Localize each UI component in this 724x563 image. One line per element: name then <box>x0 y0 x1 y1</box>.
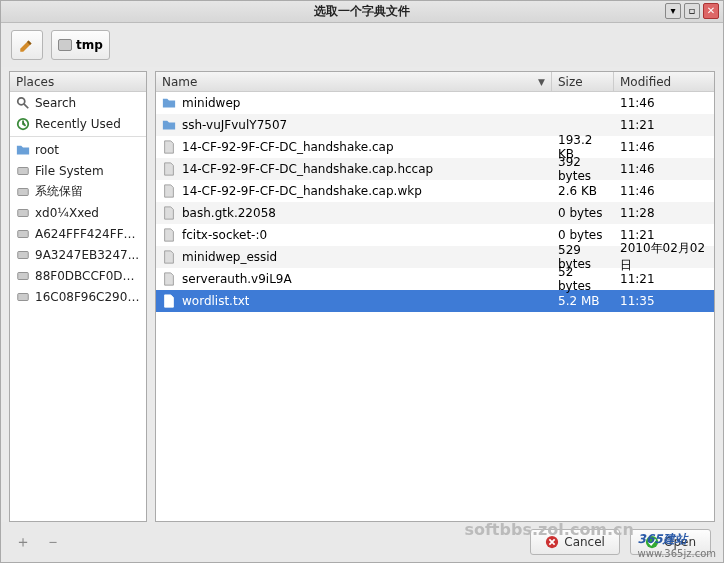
file-size: 52 bytes <box>552 265 614 293</box>
cancel-button[interactable]: Cancel <box>530 529 620 555</box>
ok-icon <box>645 535 659 549</box>
sidebar-item[interactable]: 系统保留 <box>10 181 146 202</box>
main-area: Places SearchRecently UsedrootFile Syste… <box>1 67 723 522</box>
sidebar-item-label: xd0¼Xxed <box>35 206 99 220</box>
file-name: fcitx-socket-:0 <box>182 228 267 242</box>
sidebar-item[interactable]: Search <box>10 92 146 113</box>
svg-rect-4 <box>18 209 29 216</box>
file-pane: Name ▼ Size Modified minidwep11:46ssh-vu… <box>155 71 715 522</box>
file-name: 14-CF-92-9F-CF-DC_handshake.cap <box>182 140 394 154</box>
column-modified[interactable]: Modified <box>614 72 714 91</box>
sidebar-item[interactable]: root <box>10 139 146 160</box>
sidebar-item[interactable]: A624FFF424FFC... <box>10 223 146 244</box>
sidebar-separator <box>10 136 146 137</box>
places-header: Places <box>10 72 146 92</box>
sidebar-item-label: File System <box>35 164 104 178</box>
file-name: minidwep <box>182 96 240 110</box>
minimize-button[interactable]: ▾ <box>665 3 681 19</box>
file-chooser-window: 选取一个字典文件 ▾ ▫ ✕ tmp Places SearchRecently… <box>0 0 724 563</box>
file-name: 14-CF-92-9F-CF-DC_handshake.cap.hccap <box>182 162 433 176</box>
file-row[interactable]: 14-CF-92-9F-CF-DC_handshake.cap.hccap392… <box>156 158 714 180</box>
sidebar-item-label: Search <box>35 96 76 110</box>
folder-icon <box>162 118 176 132</box>
sort-indicator-icon: ▼ <box>538 77 545 87</box>
window-buttons: ▾ ▫ ✕ <box>665 3 719 19</box>
maximize-button[interactable]: ▫ <box>684 3 700 19</box>
file-row[interactable]: minidwep11:46 <box>156 92 714 114</box>
cancel-icon <box>545 535 559 549</box>
path-segment-tmp[interactable]: tmp <box>51 30 110 60</box>
disk-icon <box>16 227 30 241</box>
path-segment-label: tmp <box>76 38 103 52</box>
file-size: 2.6 KB <box>552 184 614 198</box>
file-row[interactable]: serverauth.v9iL9A52 bytes11:21 <box>156 268 714 290</box>
close-button[interactable]: ✕ <box>703 3 719 19</box>
sidebar-item[interactable]: xd0¼Xxed <box>10 202 146 223</box>
file-icon <box>162 250 176 264</box>
file-modified: 11:46 <box>614 162 714 176</box>
file-row[interactable]: 14-CF-92-9F-CF-DC_handshake.cap.wkp2.6 K… <box>156 180 714 202</box>
sidebar-item-label: 系统保留 <box>35 183 83 200</box>
folder-icon <box>162 96 176 110</box>
file-name: wordlist.txt <box>182 294 249 308</box>
column-name[interactable]: Name ▼ <box>156 72 552 91</box>
file-list[interactable]: minidwep11:46ssh-vuJFvulY750711:2114-CF-… <box>156 92 714 521</box>
file-size: 0 bytes <box>552 206 614 220</box>
sidebar-item-label: A624FFF424FFC... <box>35 227 140 241</box>
file-modified: 2010年02月02日 <box>614 240 714 274</box>
window-title: 选取一个字典文件 <box>1 3 723 20</box>
file-icon <box>162 228 176 242</box>
recent-icon <box>16 117 30 131</box>
file-row[interactable]: 14-CF-92-9F-CF-DC_handshake.cap193.2 KB1… <box>156 136 714 158</box>
file-icon <box>162 140 176 154</box>
file-name: bash.gtk.22058 <box>182 206 276 220</box>
file-name: minidwep_essid <box>182 250 277 264</box>
file-name: 14-CF-92-9F-CF-DC_handshake.cap.wkp <box>182 184 422 198</box>
remove-bookmark-button[interactable]: － <box>43 532 63 552</box>
disk-icon <box>16 269 30 283</box>
disk-icon <box>16 248 30 262</box>
sidebar-item[interactable]: Recently Used <box>10 113 146 134</box>
sidebar-item-label: 88F0DBCCF0DB... <box>35 269 140 283</box>
sidebar-item[interactable]: 16C08F96C2908... <box>10 286 146 307</box>
file-row[interactable]: minidwep_essid529 bytes2010年02月02日 <box>156 246 714 268</box>
file-columns-header: Name ▼ Size Modified <box>156 72 714 92</box>
places-list[interactable]: SearchRecently UsedrootFile System系统保留xd… <box>10 92 146 521</box>
pencil-icon <box>18 36 36 54</box>
file-row[interactable]: wordlist.txt5.2 MB11:35 <box>156 290 714 312</box>
file-icon <box>162 162 176 176</box>
file-icon <box>162 206 176 220</box>
file-modified: 11:46 <box>614 140 714 154</box>
file-modified: 11:46 <box>614 184 714 198</box>
column-size[interactable]: Size <box>552 72 614 91</box>
disk-icon <box>16 185 30 199</box>
sidebar-item[interactable]: 88F0DBCCF0DB... <box>10 265 146 286</box>
disk-icon <box>16 206 30 220</box>
file-icon <box>162 272 176 286</box>
disk-icon <box>16 290 30 304</box>
add-bookmark-button[interactable]: ＋ <box>13 532 33 552</box>
svg-rect-7 <box>18 272 29 279</box>
open-button[interactable]: Open <box>630 529 711 555</box>
file-modified: 11:28 <box>614 206 714 220</box>
disk-icon <box>16 164 30 178</box>
file-modified: 11:21 <box>614 118 714 132</box>
file-row[interactable]: bash.gtk.220580 bytes11:28 <box>156 202 714 224</box>
sidebar-item-label: 9A3247EB3247... <box>35 248 139 262</box>
titlebar[interactable]: 选取一个字典文件 ▾ ▫ ✕ <box>1 1 723 23</box>
svg-rect-2 <box>18 167 29 174</box>
search-icon <box>16 96 30 110</box>
sidebar-item[interactable]: 9A3247EB3247... <box>10 244 146 265</box>
file-size: 5.2 MB <box>552 294 614 308</box>
file-row[interactable]: ssh-vuJFvulY750711:21 <box>156 114 714 136</box>
edit-path-button[interactable] <box>11 30 43 60</box>
button-bar: ＋ － Cancel Open <box>1 522 723 562</box>
file-icon <box>162 294 176 308</box>
disk-icon <box>58 39 72 51</box>
svg-rect-5 <box>18 230 29 237</box>
file-name: serverauth.v9iL9A <box>182 272 292 286</box>
sidebar-item[interactable]: File System <box>10 160 146 181</box>
file-modified: 11:46 <box>614 96 714 110</box>
file-icon <box>162 184 176 198</box>
svg-rect-6 <box>18 251 29 258</box>
